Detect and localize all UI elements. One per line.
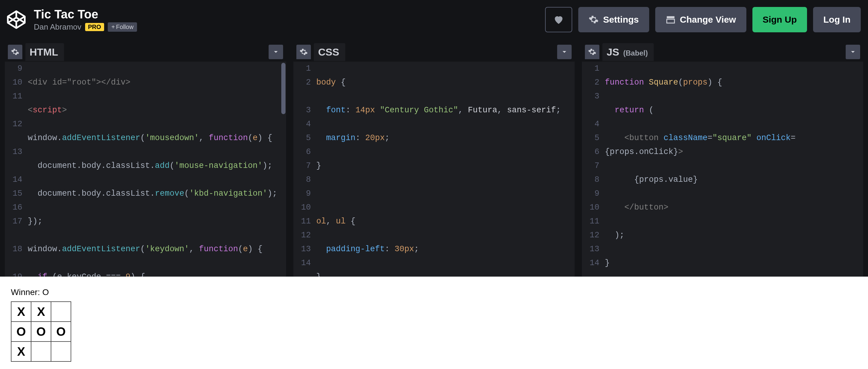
square[interactable]: O [11,321,31,342]
square[interactable] [51,301,71,322]
board-row: X X [11,301,868,321]
plus-icon: + [112,24,115,31]
html-panel: HTML 91011 12 13 14 151617 18 19 <div id… [5,42,286,277]
codepen-logo[interactable] [5,8,28,31]
square[interactable] [31,341,51,362]
html-panel-menu-button[interactable] [269,45,283,59]
html-panel-label: HTML [25,43,64,61]
gear-icon [300,48,308,56]
follow-button[interactable]: + Follow [108,22,137,32]
css-settings-button[interactable] [297,45,311,59]
game-status: Winner: O [11,287,868,297]
log-in-label: Log In [823,14,850,25]
sign-up-label: Sign Up [763,14,797,25]
square[interactable]: X [31,301,51,322]
gear-icon [589,14,599,25]
like-button[interactable] [545,7,572,32]
change-view-label: Change View [680,14,736,25]
sign-up-button[interactable]: Sign Up [752,7,807,32]
html-editor[interactable]: 91011 12 13 14 151617 18 19 <div id="roo… [5,62,286,277]
js-panel-menu-button[interactable] [846,45,860,59]
heart-icon [553,14,564,25]
square[interactable]: O [31,321,51,342]
svg-rect-4 [667,19,675,23]
follow-label: Follow [116,24,134,31]
pen-title[interactable]: Tic Tac Toe [34,7,137,21]
square[interactable]: X [11,341,31,362]
board-row: X [11,341,868,361]
chevron-down-icon [272,48,279,56]
square[interactable] [51,341,71,362]
layout-icon [665,14,676,25]
board-row: O O O [11,321,868,341]
js-label-text: JS [607,46,619,58]
square[interactable]: O [51,321,71,342]
js-editor[interactable]: 123 4 5678 9101112 1314 function Square(… [582,62,863,277]
css-editor[interactable]: 12 34 5678 9101112 1314 body { font: 14p… [293,62,575,277]
pro-badge: PRO [85,23,104,31]
chevron-down-icon [849,48,857,56]
gear-icon [11,48,19,56]
settings-button[interactable]: Settings [578,7,649,32]
gear-icon [588,48,596,56]
chevron-down-icon [561,48,568,56]
html-settings-button[interactable] [8,45,22,59]
settings-label: Settings [603,14,639,25]
top-bar: Tic Tac Toe Dan Abramov PRO + Follow Set… [0,0,868,39]
log-in-button[interactable]: Log In [813,7,861,32]
js-sub-label: (Babel) [623,49,648,57]
css-panel-menu-button[interactable] [557,45,571,59]
change-view-button[interactable]: Change View [655,7,746,32]
js-panel-label: JS (Babel) [602,43,654,61]
js-panel: JS (Babel) 123 4 5678 9101112 1314 funct… [582,42,863,277]
editors-row: HTML 91011 12 13 14 151617 18 19 <div id… [0,39,868,277]
svg-rect-3 [667,16,675,19]
css-panel-label: CSS [314,43,345,61]
author-name[interactable]: Dan Abramov [34,22,82,32]
css-panel: CSS 12 34 5678 9101112 1314 body { font:… [293,42,575,277]
result-pane: Winner: O X X O O O X [0,277,868,369]
js-settings-button[interactable] [585,45,599,59]
square[interactable]: X [11,301,31,322]
game-board: X X O O O X [11,301,868,361]
